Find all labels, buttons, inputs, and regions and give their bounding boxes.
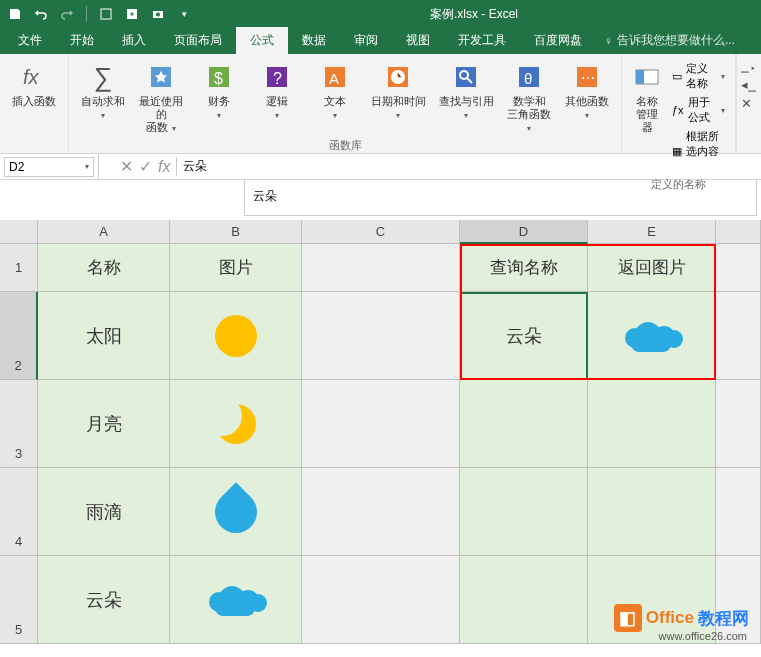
camera-icon[interactable] [149,5,167,23]
cell-e4[interactable] [588,468,716,556]
cell-c1[interactable] [302,244,460,292]
name-manager-button[interactable]: 名称 管理器 [628,58,666,137]
tab-formulas[interactable]: 公式 [236,27,288,54]
cell-c4[interactable] [302,468,460,556]
formula-bar-input[interactable] [177,158,761,176]
cell-e3[interactable] [588,380,716,468]
svg-text:$: $ [214,70,223,87]
col-head-a[interactable]: A [38,220,170,244]
other-func-button[interactable]: ⋯其他函数▾ [559,58,615,125]
tab-home[interactable]: 开始 [56,27,108,54]
cancel-icon[interactable]: ✕ [120,157,133,176]
question-icon: ? [261,61,293,93]
cell-b2[interactable] [170,292,302,380]
cell-a4[interactable]: 雨滴 [38,468,170,556]
col-head-c[interactable]: C [302,220,460,244]
recent-button[interactable]: 最近使用的 函数 ▾ [133,58,189,138]
row-head-3[interactable]: 3 [0,380,38,468]
row-head-4[interactable]: 4 [0,468,38,556]
cell-c3[interactable] [302,380,460,468]
cell-e2[interactable] [588,292,716,380]
row-head-1[interactable]: 1 [0,244,38,292]
tell-me-input[interactable]: ♀告诉我您想要做什么... [596,27,743,54]
theta-icon: θ [513,61,545,93]
cell-a5[interactable]: 云朵 [38,556,170,644]
cell-a3[interactable]: 月亮 [38,380,170,468]
cell-f4[interactable] [716,468,761,556]
financial-button[interactable]: $财务▾ [191,58,247,125]
row-head-2[interactable]: 2 [0,292,38,380]
define-name-button[interactable]: ▭定义名称 ▾ [670,60,727,92]
cell-c2[interactable] [302,292,460,380]
cell-b3[interactable] [170,380,302,468]
insert-function-button[interactable]: fx 插入函数 [6,58,62,111]
cell-d4[interactable] [460,468,588,556]
cell-f1[interactable] [716,244,761,292]
col-head-extra[interactable] [716,220,761,244]
cell-b1[interactable]: 图片 [170,244,302,292]
tab-devtools[interactable]: 开发工具 [444,27,520,54]
star-icon [145,61,177,93]
cell-c5[interactable] [302,556,460,644]
col-head-e[interactable]: E [588,220,716,244]
moon-icon [216,404,256,444]
datetime-button[interactable]: 日期和时间▾ [365,58,431,125]
remove-arrows-icon[interactable]: ✕ [741,96,757,111]
col-head-b[interactable]: B [170,220,302,244]
svg-rect-21 [636,70,644,84]
cloud-icon [209,584,263,616]
watermark: ◧ Office教程网 [614,604,749,632]
cell-d1[interactable]: 查询名称 [460,244,588,292]
tab-data[interactable]: 数据 [288,27,340,54]
autosum-button[interactable]: ∑自动求和▾ [75,58,131,125]
qat-customize-icon[interactable]: ▾ [175,5,193,23]
cell-d2[interactable]: 云朵 [460,292,588,380]
redo-icon[interactable] [58,5,76,23]
cell-f3[interactable] [716,380,761,468]
new-file-icon[interactable] [123,5,141,23]
text-button[interactable]: A文本▾ [307,58,363,125]
use-in-formula-button[interactable]: ƒx用于公式 ▾ [670,94,727,126]
cell-a1[interactable]: 名称 [38,244,170,292]
undo-icon[interactable] [32,5,50,23]
name-box-dropdown-icon[interactable]: ▾ [85,162,89,171]
cell-b4[interactable] [170,468,302,556]
text-icon: A [319,61,351,93]
watermark-url: www.office26.com [659,630,747,642]
cell-f2[interactable] [716,292,761,380]
logical-button[interactable]: ?逻辑▾ [249,58,305,125]
trace-dependents-icon[interactable]: ◂⎯ [741,77,757,92]
col-head-d[interactable]: D [460,220,588,244]
raindrop-icon [206,482,265,541]
confirm-icon[interactable]: ✓ [139,157,152,176]
more-icon: ⋯ [571,61,603,93]
fx-bar-icon[interactable]: fx [158,158,170,176]
fx-small-icon: ƒx [672,104,684,116]
math-button[interactable]: θ数学和 三角函数 ▾ [501,58,557,138]
tab-view[interactable]: 视图 [392,27,444,54]
cell-b5[interactable] [170,556,302,644]
cell-d5[interactable] [460,556,588,644]
svg-text:θ: θ [524,70,532,87]
select-all-corner[interactable] [0,220,38,244]
lookup-button[interactable]: 查找与引用▾ [433,58,499,125]
save-icon[interactable] [6,5,24,23]
svg-text:A: A [329,70,339,87]
group-label-lib: 函数库 [329,138,362,153]
window-title: 案例.xlsx - Excel [193,6,755,23]
cell-d3[interactable] [460,380,588,468]
svg-rect-14 [456,67,476,87]
tab-layout[interactable]: 页面布局 [160,27,236,54]
tab-netdisk[interactable]: 百度网盘 [520,27,596,54]
name-box[interactable]: D2▾ [4,157,94,177]
cell-e1[interactable]: 返回图片 [588,244,716,292]
tab-insert[interactable]: 插入 [108,27,160,54]
tab-review[interactable]: 审阅 [340,27,392,54]
clock-icon [382,61,414,93]
trace-precedents-icon[interactable]: ⎯▸ [741,58,757,73]
new-window-icon[interactable] [97,5,115,23]
row-head-5[interactable]: 5 [0,556,38,644]
cell-a2[interactable]: 太阳 [38,292,170,380]
tab-file[interactable]: 文件 [4,27,56,54]
sigma-icon: ∑ [87,61,119,93]
